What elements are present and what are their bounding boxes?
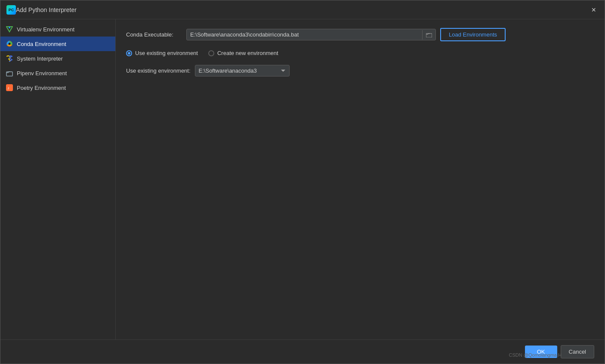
close-button[interactable]: × (589, 5, 599, 15)
cancel-button[interactable]: Cancel (561, 345, 594, 358)
use-existing-option[interactable]: Use existing environment (126, 50, 198, 56)
conda-icon (6, 40, 13, 48)
system-icon (6, 55, 13, 62)
load-environments-button[interactable]: Load Environments (440, 28, 506, 41)
poetry-icon: ♪ (6, 84, 13, 92)
sidebar-item-conda[interactable]: Conda Environment (0, 37, 115, 51)
sidebar-item-pipenv[interactable]: Pipenv Environment (0, 66, 115, 80)
folder-browse-button[interactable] (422, 30, 435, 40)
existing-env-row: Use existing environment: E:\Software\an… (126, 65, 594, 76)
svg-rect-8 (426, 34, 432, 37)
main-panel: Conda Executable: Load Environments (116, 19, 605, 340)
sidebar-label-system: System Interpreter (17, 55, 63, 62)
content-area: Virtualenv Environment Conda Environment (0, 19, 605, 340)
footer-bar: OK Cancel (0, 340, 605, 364)
create-new-option[interactable]: Create new environment (208, 50, 278, 56)
sidebar-label-poetry: Poetry Environment (17, 85, 66, 91)
sidebar-label-virtualenv: Virtualenv Environment (17, 26, 74, 33)
use-existing-label: Use existing environment (135, 50, 198, 56)
svg-point-4 (9, 43, 11, 45)
svg-text:♪: ♪ (7, 86, 9, 90)
conda-executable-label: Conda Executable: (126, 31, 182, 38)
watermark: CSDN @Qomolangma H (509, 352, 562, 358)
sidebar-item-virtualenv[interactable]: Virtualenv Environment (0, 22, 115, 37)
folder-icon (426, 32, 432, 37)
sidebar-item-poetry[interactable]: ♪ Poetry Environment (0, 80, 115, 95)
svg-point-2 (9, 27, 10, 28)
virtualenv-icon (6, 25, 13, 33)
dialog-title: Add Python Interpreter (16, 6, 77, 13)
existing-env-label: Use existing environment: (126, 67, 191, 74)
conda-executable-row: Conda Executable: Load Environments (126, 28, 594, 41)
conda-path-input-wrapper (186, 29, 436, 40)
sidebar-label-pipenv: Pipenv Environment (17, 70, 67, 76)
pipenv-icon (6, 69, 13, 77)
create-new-label: Create new environment (217, 50, 278, 56)
sidebar-label-conda: Conda Environment (17, 41, 66, 47)
create-new-radio[interactable] (208, 50, 214, 56)
title-bar: PC Add Python Interpreter × (0, 0, 605, 19)
conda-path-input[interactable] (187, 29, 422, 40)
app-logo: PC (6, 5, 16, 15)
sidebar: Virtualenv Environment Conda Environment (0, 19, 116, 340)
environment-type-row: Use existing environment Create new envi… (126, 50, 594, 56)
sidebar-item-system[interactable]: System Interpreter (0, 51, 115, 66)
dialog: PC Add Python Interpreter × Virtualenv E… (0, 0, 605, 364)
existing-env-dropdown[interactable]: E:\Software\anaconda3 (195, 65, 290, 76)
use-existing-radio[interactable] (126, 50, 132, 56)
